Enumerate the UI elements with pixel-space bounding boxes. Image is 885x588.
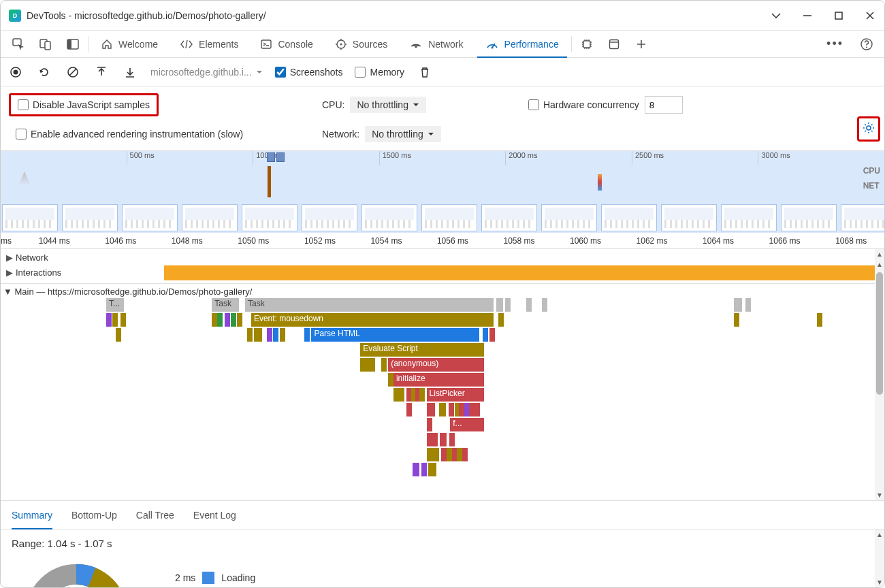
flame-slice[interactable]: [419, 388, 425, 402]
tab-call-tree[interactable]: Call Tree: [136, 502, 174, 529]
more-tabs-icon[interactable]: •••: [817, 37, 853, 51]
flame-slice[interactable]: [231, 313, 236, 327]
tab-elements[interactable]: Elements: [169, 31, 249, 57]
flame-slice[interactable]: [427, 433, 438, 446]
scroll-up-icon[interactable]: ▲: [875, 259, 884, 270]
flame-slice[interactable]: [449, 433, 455, 446]
cpu-throttle-select[interactable]: No throttling: [350, 97, 425, 113]
flame-listpicker[interactable]: ListPicker: [427, 388, 485, 402]
flame-slice[interactable]: [427, 418, 432, 431]
flame-task[interactable]: Task: [212, 298, 239, 312]
download-icon[interactable]: [122, 64, 138, 80]
target-dropdown[interactable]: microsoftedge.github.i...: [150, 67, 263, 78]
tab-sources[interactable]: Sources: [324, 31, 398, 57]
flame-chart-area[interactable]: ▶Network ▶Interactions ▼ Main — https://…: [1, 249, 884, 501]
flame-slice[interactable]: [428, 463, 436, 476]
scroll-thumb[interactable]: [876, 272, 883, 395]
flame-slice[interactable]: [498, 313, 504, 327]
flame-slice[interactable]: [273, 328, 278, 342]
flame-task-small[interactable]: [526, 298, 532, 312]
flame-slice[interactable]: [817, 313, 822, 327]
flame-scrollbar[interactable]: ▲ ▲ ▼: [875, 249, 884, 500]
disable-js-samples-checkbox[interactable]: Disable JavaScript samples: [9, 93, 159, 116]
flame-task-small[interactable]: [745, 298, 751, 312]
flame-task[interactable]: Task: [245, 298, 494, 312]
flame-slice[interactable]: [427, 403, 435, 416]
maximize-icon[interactable]: [833, 10, 845, 22]
flame-slice[interactable]: [267, 328, 272, 342]
network-track-header[interactable]: ▶Network: [1, 249, 884, 265]
flame-slice[interactable]: [393, 388, 404, 402]
interactions-bar[interactable]: [164, 265, 884, 280]
flame-slice[interactable]: [381, 358, 387, 372]
clear-icon[interactable]: [65, 64, 81, 80]
flame-task[interactable]: T...: [106, 298, 124, 312]
flame-anonymous[interactable]: (anonymous): [388, 358, 484, 372]
flame-evaluate-script[interactable]: Evaluate Script: [360, 343, 484, 357]
flame-slice[interactable]: [112, 313, 118, 327]
flame-slice[interactable]: [280, 328, 285, 342]
tab-welcome[interactable]: Welcome: [90, 31, 169, 57]
device-emulation-icon[interactable]: [32, 31, 59, 57]
flame-task-small[interactable]: [542, 298, 547, 312]
flame-slice[interactable]: [120, 313, 126, 327]
flame-slice[interactable]: [439, 403, 446, 416]
help-icon[interactable]: [853, 31, 880, 57]
main-thread-header[interactable]: ▼ Main — https://microsoftedge.github.io…: [1, 283, 884, 299]
inspect-element-icon[interactable]: [5, 31, 32, 57]
flame-slice[interactable]: [440, 433, 447, 446]
flame-slice[interactable]: [462, 448, 468, 461]
tab-console[interactable]: Console: [249, 31, 323, 57]
memory-chip-icon[interactable]: [573, 31, 600, 57]
flame-slice[interactable]: [225, 313, 230, 327]
enable-rendering-checkbox[interactable]: Enable advanced rendering instrumentatio…: [9, 125, 250, 144]
flame-slice[interactable]: [237, 313, 242, 327]
add-tab-icon[interactable]: [628, 31, 655, 57]
flame-slice[interactable]: [217, 313, 223, 327]
flame-slice[interactable]: [116, 328, 121, 342]
network-throttle-select[interactable]: No throttling: [365, 126, 440, 142]
dock-side-icon[interactable]: [59, 31, 86, 57]
flame-slice[interactable]: [734, 313, 739, 327]
flame-task-small[interactable]: [505, 298, 511, 312]
scroll-up-icon[interactable]: ▲: [875, 249, 884, 259]
flame-slice[interactable]: [360, 358, 375, 372]
upload-icon[interactable]: [93, 64, 110, 80]
flame-slice[interactable]: [247, 328, 253, 342]
minimize-icon[interactable]: [801, 10, 814, 22]
flame-parse-html[interactable]: Parse HTML: [311, 328, 479, 342]
flame-slice[interactable]: [304, 328, 310, 342]
hw-concurrency-checkbox[interactable]: Hardware concurrency: [528, 99, 639, 110]
flame-f[interactable]: f...: [450, 418, 484, 431]
flame-slice[interactable]: [406, 403, 412, 416]
flame-task-small[interactable]: [496, 298, 503, 312]
memory-checkbox[interactable]: Memory: [355, 67, 404, 78]
scroll-up-icon[interactable]: ▲: [875, 529, 884, 540]
flame-slice[interactable]: [427, 448, 439, 461]
scroll-down-icon[interactable]: ▼: [875, 490, 884, 500]
record-icon[interactable]: [7, 64, 24, 80]
hw-concurrency-input[interactable]: [645, 96, 683, 114]
tab-event-log[interactable]: Event Log: [193, 502, 236, 529]
chevron-down-icon[interactable]: [770, 10, 782, 22]
flame-task-small[interactable]: [734, 298, 742, 312]
flame-slice[interactable]: [254, 328, 262, 342]
tab-summary[interactable]: Summary: [12, 502, 52, 529]
screenshots-checkbox[interactable]: Screenshots: [275, 67, 343, 78]
close-icon[interactable]: [864, 10, 876, 22]
flame-slice[interactable]: [421, 463, 427, 476]
scroll-down-icon[interactable]: ▼: [875, 577, 884, 587]
flame-event-mousedown[interactable]: Event: mousedown: [251, 313, 494, 327]
reload-record-icon[interactable]: [36, 64, 52, 80]
summary-scrollbar[interactable]: ▲ ▼: [875, 529, 884, 587]
screenshot-filmstrip[interactable]: [1, 203, 884, 233]
flame-slice[interactable]: [489, 328, 495, 342]
flame-slice[interactable]: [483, 328, 488, 342]
application-icon[interactable]: [600, 31, 628, 57]
interactions-track-header[interactable]: ▶Interactions: [1, 264, 61, 280]
tab-network[interactable]: Network: [398, 31, 474, 57]
overview-pane[interactable]: 500 ms 1000 ms 1500 ms 2000 ms 2500 ms 3…: [1, 151, 884, 233]
flame-slice[interactable]: [106, 313, 112, 327]
delete-icon[interactable]: [417, 64, 433, 80]
tab-performance[interactable]: Performance: [474, 31, 570, 57]
